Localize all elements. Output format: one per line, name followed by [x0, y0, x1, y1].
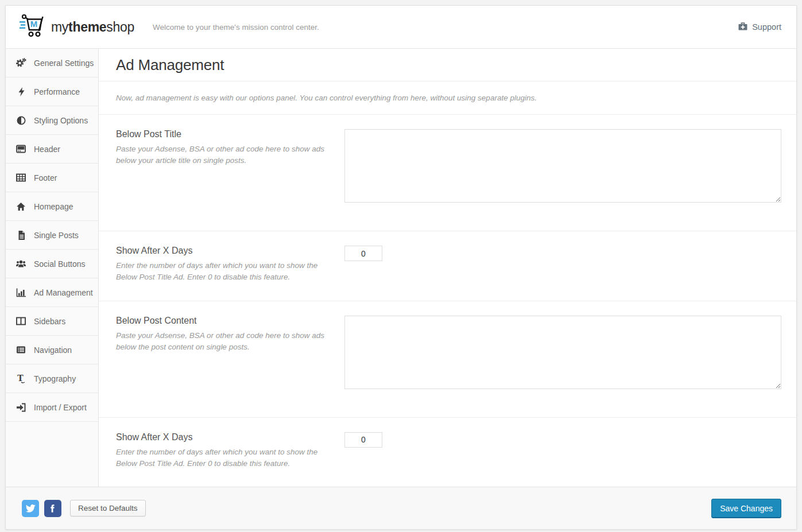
setting-control	[344, 246, 781, 284]
setting-label: Show After X Days	[116, 246, 328, 256]
setting-description: Paste your Adsense, BSA or other ad code…	[116, 143, 328, 167]
support-label: Support	[752, 22, 781, 32]
setting-description: Paste your Adsense, BSA or other ad code…	[116, 330, 328, 354]
setting-control	[344, 432, 781, 470]
sidebar-item-label: Single Posts	[34, 231, 79, 240]
setting-label-block: Below Post ContentPaste your Adsense, BS…	[116, 316, 344, 391]
setting-description: Enter the number of days after which you…	[116, 446, 328, 470]
sidebar-item-homepage[interactable]: Homepage	[6, 192, 98, 221]
sidebar-item-label: Ad Management	[34, 288, 93, 297]
sidebar-item-social-buttons[interactable]: Social Buttons	[6, 250, 98, 278]
below-post-title-textarea[interactable]	[344, 129, 781, 203]
page-title: Ad Management	[99, 49, 796, 81]
setting-row-below-post-content: Below Post ContentPaste your Adsense, BS…	[99, 301, 796, 418]
typography-icon: T	[16, 374, 26, 383]
adjust-icon	[16, 116, 26, 125]
support-link[interactable]: Support	[738, 22, 781, 33]
header-icon	[16, 145, 26, 153]
sidebar-item-single-posts[interactable]: Single Posts	[6, 221, 98, 250]
sidebar-item-label: Homepage	[34, 202, 73, 211]
file-icon	[16, 231, 26, 240]
sidebar-item-label: Sidebars	[34, 317, 65, 326]
gears-icon	[16, 58, 26, 68]
sidebar-item-label: Header	[34, 145, 60, 154]
sign-in-icon	[16, 403, 26, 412]
bolt-icon	[16, 87, 26, 96]
theme-options-panel: M mythemeshop Welcome to your theme's mi…	[5, 5, 797, 530]
facebook-icon[interactable]	[44, 500, 61, 517]
list-icon	[16, 345, 26, 354]
setting-label: Below Post Content	[116, 316, 328, 326]
header-tagline: Welcome to your theme's mission control …	[153, 23, 319, 32]
bar-chart-icon	[16, 288, 26, 297]
below-post-content-textarea[interactable]	[344, 316, 781, 389]
setting-row-show-after-x-days: Show After X DaysEnter the number of day…	[99, 231, 796, 301]
sidebar-item-ad-management[interactable]: Ad Management	[6, 278, 98, 307]
svg-text:M: M	[30, 19, 38, 29]
sidebar-item-label: Performance	[34, 87, 80, 96]
setting-control	[344, 316, 781, 391]
sidebar-item-label: Styling Options	[34, 116, 88, 125]
setting-label-block: Show After X DaysEnter the number of day…	[116, 246, 344, 284]
sidebar-item-label: Social Buttons	[34, 259, 86, 269]
setting-row-below-post-title: Below Post TitlePaste your Adsense, BSA …	[99, 115, 796, 231]
users-icon	[16, 259, 26, 268]
brand-wordmark: mythemeshop	[51, 20, 134, 35]
sidebar-item-label: General Settings	[34, 59, 94, 68]
table-icon	[16, 173, 26, 182]
setting-label: Below Post Title	[116, 129, 328, 139]
sidebar-item-label: Navigation	[34, 345, 72, 355]
setting-control	[344, 129, 781, 205]
sidebar-item-performance[interactable]: Performance	[6, 77, 98, 106]
sidebar-item-import-export[interactable]: Import / Export	[6, 393, 98, 422]
sidebar-item-label: Typography	[34, 374, 76, 383]
setting-label-block: Show After X DaysEnter the number of day…	[116, 432, 344, 470]
setting-label: Show After X Days	[116, 432, 328, 442]
sidebar-item-header[interactable]: Header	[6, 135, 98, 164]
twitter-icon[interactable]	[22, 500, 39, 517]
cart-logo-icon: M	[20, 14, 46, 40]
sidebar: General SettingsPerformanceStyling Optio…	[6, 49, 99, 487]
columns-icon	[16, 317, 26, 325]
sidebar-item-navigation[interactable]: Navigation	[6, 336, 98, 364]
page-description: Now, ad management is easy with our opti…	[99, 81, 796, 115]
sidebar-item-typography[interactable]: TTypography	[6, 364, 98, 393]
setting-label-block: Below Post TitlePaste your Adsense, BSA …	[116, 129, 344, 205]
sidebar-item-styling-options[interactable]: Styling Options	[6, 106, 98, 135]
home-icon	[16, 202, 26, 211]
panel-header: M mythemeshop Welcome to your theme's mi…	[6, 6, 796, 49]
reset-to-defaults-button[interactable]: Reset to Defaults	[70, 500, 146, 517]
setting-row-show-after-x-days: Show After X DaysEnter the number of day…	[99, 418, 796, 487]
show-after-x-days-input[interactable]	[344, 246, 382, 261]
svg-text:T: T	[17, 374, 24, 383]
medkit-icon	[738, 22, 748, 33]
mythemeshop-logo: M mythemeshop	[20, 14, 134, 40]
main-content: Ad Management Now, ad management is easy…	[99, 49, 796, 487]
setting-description: Enter the number of days after which you…	[116, 260, 328, 284]
sidebar-item-label: Footer	[34, 173, 57, 182]
save-changes-button[interactable]: Save Changes	[711, 499, 781, 518]
panel-body: General SettingsPerformanceStyling Optio…	[6, 49, 796, 487]
sidebar-item-sidebars[interactable]: Sidebars	[6, 307, 98, 336]
settings-sections: Below Post TitlePaste your Adsense, BSA …	[99, 115, 796, 487]
sidebar-item-footer[interactable]: Footer	[6, 164, 98, 192]
sidebar-item-label: Import / Export	[34, 403, 87, 412]
sidebar-item-general-settings[interactable]: General Settings	[6, 49, 98, 77]
show-after-x-days-input[interactable]	[344, 432, 382, 448]
panel-footer: Reset to Defaults Save Changes	[6, 487, 796, 529]
